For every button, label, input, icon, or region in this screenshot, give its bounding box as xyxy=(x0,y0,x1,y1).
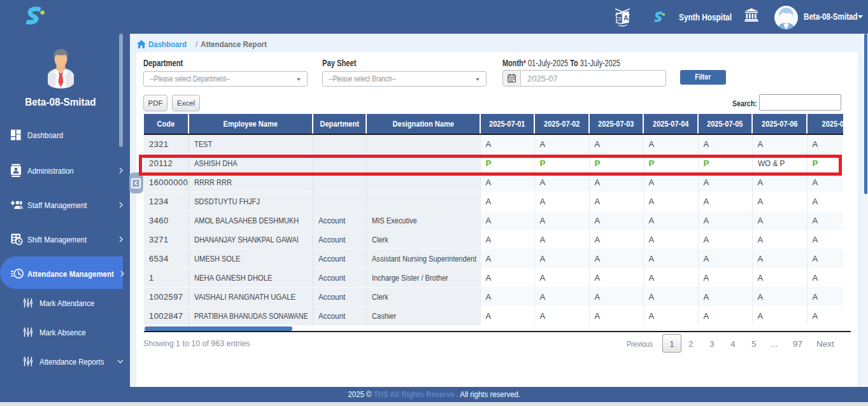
svg-text:A: A xyxy=(623,14,629,22)
svg-text:ス: ス xyxy=(616,15,623,22)
